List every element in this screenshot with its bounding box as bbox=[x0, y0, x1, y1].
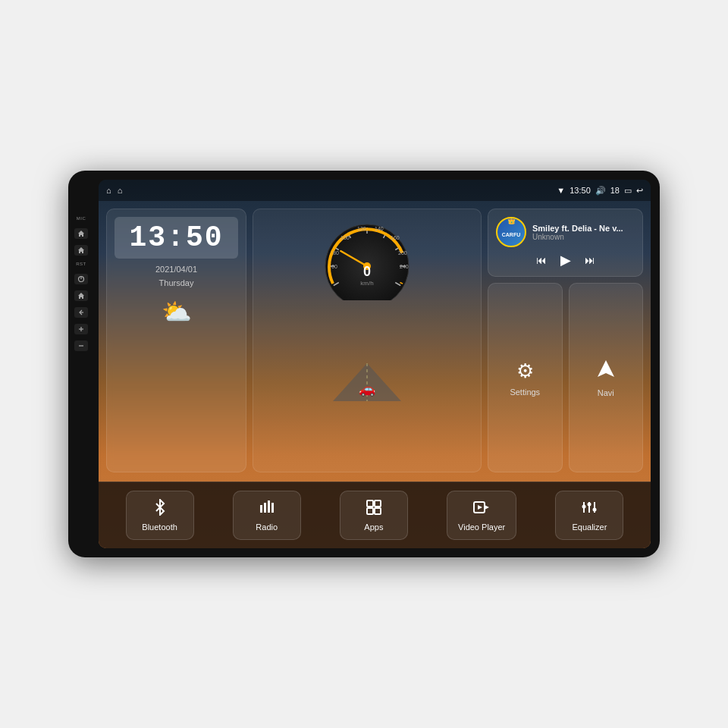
svg-marker-30 bbox=[598, 360, 614, 377]
road-container: 🚗 bbox=[261, 300, 473, 464]
clock-date: 2021/04/01 Thursday bbox=[115, 263, 238, 290]
bluetooth-label: Bluetooth bbox=[142, 522, 177, 532]
carfu-logo: 👑 CARFU bbox=[496, 217, 526, 247]
music-artist: Unknown bbox=[532, 233, 623, 241]
speedometer-widget: 0 km/h 60 80 100 120 140 160 200 240 bbox=[253, 209, 482, 472]
music-text: Smiley ft. Delia - Ne v... Unknown bbox=[532, 224, 623, 241]
svg-text:0: 0 bbox=[363, 264, 371, 279]
settings-label: Settings bbox=[510, 388, 540, 397]
svg-text:100: 100 bbox=[340, 235, 350, 240]
svg-marker-40 bbox=[485, 505, 489, 510]
weather-icon: ⛅ bbox=[115, 297, 238, 326]
right-panel: 👑 CARFU Smiley ft. Delia - Ne v... Unkno… bbox=[488, 209, 643, 472]
svg-text:120: 120 bbox=[357, 226, 366, 231]
next-button[interactable]: ⏭ bbox=[585, 254, 595, 266]
svg-text:km/h: km/h bbox=[360, 280, 373, 287]
rst-label: RST bbox=[76, 262, 86, 266]
clock-display: 13:50 bbox=[115, 217, 238, 259]
apps-icon bbox=[366, 499, 382, 519]
crown-icon: 👑 bbox=[507, 217, 516, 224]
home2-status-icon[interactable]: ⌂ bbox=[118, 186, 123, 195]
carfu-text: CARFU bbox=[502, 232, 521, 237]
wifi-icon: ▼ bbox=[557, 186, 565, 195]
svg-text:80: 80 bbox=[333, 250, 339, 256]
svg-rect-37 bbox=[367, 508, 373, 514]
svg-rect-32 bbox=[264, 503, 266, 513]
svg-text:140: 140 bbox=[375, 226, 384, 231]
clock-widget: 13:50 2021/04/01 Thursday ⛅ bbox=[106, 209, 246, 472]
bluetooth-icon bbox=[152, 499, 168, 519]
equalizer-button[interactable]: Equalizer bbox=[555, 491, 623, 540]
side-buttons: MIC RST bbox=[74, 216, 88, 351]
svg-text:200: 200 bbox=[398, 250, 407, 256]
svg-text:160: 160 bbox=[391, 235, 400, 240]
radio-label: Radio bbox=[256, 522, 278, 532]
status-left: ⌂ ⌂ bbox=[106, 186, 122, 195]
volume-icon: 🔊 bbox=[595, 186, 606, 196]
bottom-bar: Bluetooth Radio bbox=[99, 482, 651, 548]
battery-icon: ▭ bbox=[624, 186, 632, 196]
svg-rect-31 bbox=[260, 505, 262, 513]
svg-point-43 bbox=[582, 505, 586, 509]
svg-rect-36 bbox=[375, 500, 381, 507]
svg-text:240: 240 bbox=[400, 264, 409, 269]
vol-down-button[interactable] bbox=[74, 340, 88, 351]
main-screen: ⌂ ⌂ ▼ 13:50 🔊 18 ▭ ↩ 13:50 2021/04/01 Th… bbox=[99, 180, 651, 548]
svg-rect-34 bbox=[271, 503, 274, 513]
bluetooth-button[interactable]: Bluetooth bbox=[126, 491, 194, 540]
apps-label: Apps bbox=[364, 522, 383, 532]
home-status-icon[interactable]: ⌂ bbox=[106, 186, 111, 195]
car-icon: 🚗 bbox=[359, 381, 375, 397]
navi-icon bbox=[596, 359, 616, 384]
car-head-unit: MIC RST ⌂ ⌂ ▼ bbox=[68, 171, 660, 557]
radio-icon bbox=[259, 499, 275, 519]
vol-up-button[interactable] bbox=[74, 324, 88, 334]
home2-button[interactable] bbox=[74, 245, 88, 256]
video-button[interactable]: Video Player bbox=[447, 491, 516, 540]
music-title: Smiley ft. Delia - Ne v... bbox=[532, 224, 623, 233]
svg-point-45 bbox=[588, 503, 592, 507]
play-button[interactable]: ▶ bbox=[560, 252, 571, 268]
navi-button[interactable]: Navi bbox=[569, 283, 644, 472]
svg-marker-41 bbox=[478, 505, 482, 510]
music-widget: 👑 CARFU Smiley ft. Delia - Ne v... Unkno… bbox=[488, 209, 643, 277]
radio-button[interactable]: Radio bbox=[233, 491, 301, 540]
music-info: 👑 CARFU Smiley ft. Delia - Ne v... Unkno… bbox=[496, 217, 635, 247]
home3-button[interactable] bbox=[74, 290, 88, 301]
back-status-icon[interactable]: ↩ bbox=[636, 186, 643, 196]
back-button[interactable] bbox=[74, 307, 88, 318]
svg-text:60: 60 bbox=[331, 264, 337, 269]
svg-rect-33 bbox=[268, 500, 270, 513]
apps-button[interactable]: Apps bbox=[340, 491, 408, 540]
status-right: ▼ 13:50 🔊 18 ▭ ↩ bbox=[557, 186, 643, 196]
speedometer-svg: 0 km/h 60 80 100 120 140 160 200 240 bbox=[318, 217, 416, 300]
volume-level: 18 bbox=[610, 186, 620, 195]
power-button[interactable] bbox=[74, 274, 88, 284]
mic-label: MIC bbox=[77, 216, 86, 221]
settings-navi: ⚙ Settings Navi bbox=[488, 283, 643, 472]
svg-point-47 bbox=[593, 508, 597, 512]
svg-rect-38 bbox=[375, 508, 381, 514]
status-time: 13:50 bbox=[570, 186, 591, 195]
navi-label: Navi bbox=[598, 388, 614, 397]
video-label: Video Player bbox=[458, 522, 505, 532]
video-icon bbox=[473, 499, 490, 519]
equalizer-label: Equalizer bbox=[572, 522, 607, 532]
prev-button[interactable]: ⏮ bbox=[536, 254, 547, 266]
home-button[interactable] bbox=[74, 228, 88, 239]
settings-button[interactable]: ⚙ Settings bbox=[488, 283, 563, 472]
settings-icon: ⚙ bbox=[516, 359, 534, 383]
music-controls: ⏮ ▶ ⏭ bbox=[496, 252, 635, 268]
status-bar: ⌂ ⌂ ▼ 13:50 🔊 18 ▭ ↩ bbox=[99, 180, 651, 201]
equalizer-icon bbox=[581, 499, 598, 519]
main-content: 13:50 2021/04/01 Thursday ⛅ bbox=[99, 201, 651, 480]
svg-rect-35 bbox=[367, 500, 373, 507]
